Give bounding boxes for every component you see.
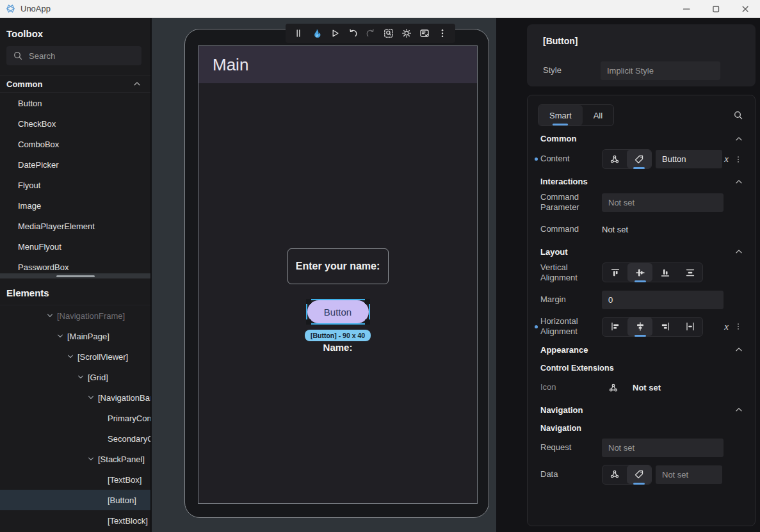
textblock-control[interactable]: Name: [323, 342, 353, 353]
row-menu-icon[interactable] [734, 155, 743, 163]
chevron-down-icon[interactable] [87, 455, 95, 463]
expression-icon[interactable]: x [724, 154, 729, 165]
tab-all[interactable]: All [583, 105, 613, 125]
minimize-button[interactable] [672, 0, 701, 17]
chevron-up-icon[interactable] [734, 405, 743, 414]
toolbox-item-mediaplayerelement[interactable]: MediaPlayerElement [0, 216, 150, 236]
toolbox-item-menuflyout[interactable]: MenuFlyout [0, 236, 150, 257]
selection-handle[interactable] [365, 319, 370, 325]
close-button[interactable] [731, 0, 760, 17]
chevron-down-icon[interactable] [87, 394, 95, 401]
search-input[interactable] [29, 51, 118, 61]
section-interactions[interactable]: Interactions [540, 177, 743, 186]
redo-button[interactable] [366, 28, 376, 38]
inspect-element-button[interactable] [384, 28, 394, 38]
bottom-alignment-button[interactable] [652, 263, 677, 282]
theme-toggle-button[interactable] [401, 28, 412, 38]
command-value[interactable]: Not set [602, 225, 628, 234]
toolbox-item-checkbox[interactable]: CheckBox [0, 113, 150, 134]
bind-mode-button[interactable] [602, 465, 627, 484]
selection-size-badge: [Button] - 90 x 40 [305, 330, 371, 341]
drag-handle-button[interactable] [293, 28, 303, 38]
bind-mode-button[interactable] [602, 150, 627, 168]
more-options-button[interactable] [437, 28, 448, 38]
literal-mode-button[interactable] [627, 465, 651, 484]
chevron-up-icon[interactable] [133, 79, 141, 88]
align-vstretch-icon [685, 268, 695, 278]
section-navigation[interactable]: Navigation [540, 405, 743, 415]
chevron-up-icon[interactable] [734, 247, 743, 256]
button-control[interactable]: Button [307, 300, 369, 323]
vcenter-alignment-button[interactable] [627, 263, 652, 282]
chevron-up-icon[interactable] [734, 345, 743, 354]
command-parameter-field[interactable]: Not set [602, 193, 724, 212]
selection-rect[interactable]: Button [306, 299, 370, 325]
toolbox-item-image[interactable]: Image [0, 195, 150, 216]
hcenter-alignment-button[interactable] [627, 318, 652, 336]
icon-value[interactable]: Not set [633, 383, 661, 392]
row-menu-icon[interactable] [734, 323, 743, 331]
toolbox-search[interactable] [6, 46, 141, 65]
selection-handle[interactable] [365, 299, 370, 304]
search-icon[interactable] [733, 110, 743, 120]
request-field[interactable]: Not set [602, 439, 724, 457]
pending-changes-button[interactable] [419, 28, 430, 38]
hot-design-button[interactable] [311, 28, 322, 39]
section-layout[interactable]: Layout [540, 247, 743, 257]
control-extensions-subheader: Control Extensions [540, 364, 742, 373]
tree-item-textblock[interactable]: [TextBlock] [0, 510, 150, 531]
tree-item-textbox[interactable]: [TextBox] [0, 469, 150, 490]
panel-splitter[interactable] [0, 273, 150, 278]
align-hstretch-icon [685, 321, 695, 332]
top-alignment-button[interactable] [602, 263, 627, 282]
data-field[interactable]: Not set [656, 465, 722, 484]
toolbox-panel: Toolbox Common ButtonCheckBoxComboBoxDat… [0, 18, 150, 273]
chevron-down-icon[interactable] [77, 373, 85, 381]
tree-item-navigationbar[interactable]: [NavigationBar] [0, 387, 150, 408]
tree-item-primarycommands[interactable]: PrimaryCommands [0, 408, 150, 428]
expression-icon[interactable]: x [724, 321, 729, 332]
right-alignment-button[interactable] [652, 318, 677, 336]
tree-item-secondarycommands[interactable]: SecondaryCommands [0, 428, 150, 449]
titlebar: UnoApp [0, 0, 760, 18]
tab-smart[interactable]: Smart [538, 105, 583, 125]
chevron-down-icon[interactable] [56, 332, 64, 340]
splitter-handle[interactable] [56, 275, 95, 277]
toolbox-section-common[interactable]: Common [0, 75, 150, 93]
selection-handle[interactable] [306, 299, 311, 304]
chevron-down-icon[interactable] [46, 312, 54, 319]
toolbox-item-combobox[interactable]: ComboBox [0, 134, 150, 154]
chevron-up-icon[interactable] [734, 134, 743, 143]
literal-mode-button[interactable] [627, 150, 651, 168]
left-alignment-button[interactable] [602, 318, 627, 336]
tree-item-scrollviewer[interactable]: [ScrollViewer] [0, 346, 150, 367]
chevron-up-icon[interactable] [734, 177, 743, 186]
tree-item-mainpage[interactable]: [MainPage] [0, 326, 150, 346]
toolbox-item-passwordbox[interactable]: PasswordBox [0, 257, 150, 273]
margin-field[interactable]: 0 [602, 291, 724, 309]
selection-handle[interactable] [306, 319, 311, 325]
tree-item-grid[interactable]: [Grid] [0, 367, 150, 387]
play-button[interactable] [330, 28, 340, 38]
bind-icon[interactable] [608, 383, 619, 393]
section-common[interactable]: Common [540, 134, 743, 143]
vstretch-alignment-button[interactable] [677, 263, 702, 282]
style-field[interactable]: Implicit Style [601, 61, 720, 80]
maximize-button[interactable] [701, 0, 731, 17]
tree-item-button[interactable]: [Button] [0, 490, 150, 510]
redo-icon [366, 28, 376, 38]
tree-item-navigationframe[interactable]: [NavigationFrame] [0, 305, 150, 326]
toolbox-item-button[interactable]: Button [0, 93, 150, 113]
tree-item-stackpanel[interactable]: [StackPanel] [0, 449, 150, 469]
textbox-control[interactable]: Enter your name: [287, 248, 389, 284]
margin-row: Margin 0 [538, 290, 745, 309]
properties-card: Smart All Common Content Button x Intera… [527, 95, 756, 526]
selected-control-card: [Button] Style Implicit Style [527, 24, 756, 86]
section-appearance[interactable]: Appearance [540, 345, 743, 355]
chevron-down-icon[interactable] [67, 353, 74, 360]
toolbox-item-datepicker[interactable]: DatePicker [0, 154, 150, 175]
toolbox-item-flyout[interactable]: Flyout [0, 175, 150, 195]
hstretch-alignment-button[interactable] [677, 318, 702, 336]
content-field[interactable]: Button [656, 150, 722, 168]
undo-button[interactable] [348, 28, 358, 38]
